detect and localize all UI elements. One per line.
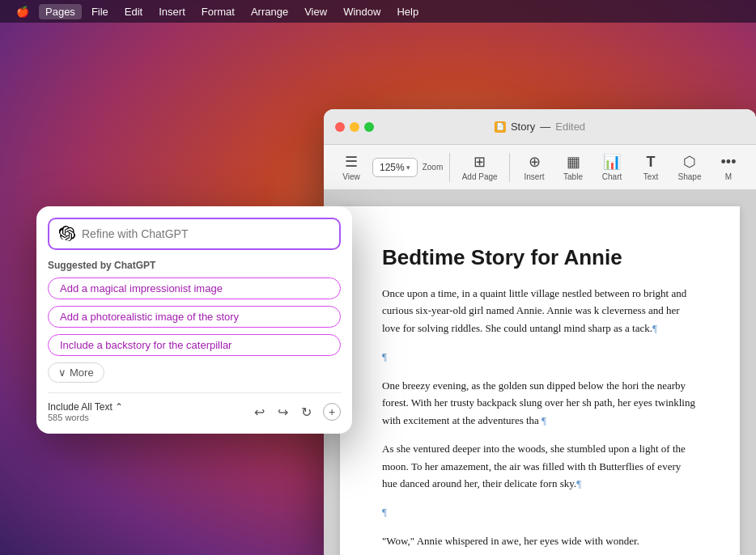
pages-window: 📄 Story — Edited ☰ View 125% ▾ Zoom ⊞ Ad… — [324, 109, 756, 555]
window-title: 📄 Story — Edited — [495, 121, 585, 133]
dash-separator: — — [540, 121, 550, 133]
toolbar-view[interactable]: ☰ View — [333, 150, 369, 184]
more-label: More — [70, 366, 94, 379]
shape-label: Shape — [678, 172, 702, 181]
toolbar-divider-1 — [449, 153, 450, 182]
suggestion-3-button[interactable]: Include a backstory for the caterpillar — [48, 334, 341, 356]
menu-pages[interactable]: Pages — [39, 4, 82, 19]
minimize-button[interactable] — [350, 122, 359, 132]
paragraph-break-2: ¶ — [382, 503, 698, 520]
zoom-value: 125% — [380, 162, 405, 173]
toolbar-text[interactable]: T Text — [633, 150, 669, 184]
chatgpt-refine-panel: Suggested by ChatGPT Add a magical impre… — [36, 206, 352, 434]
add-button[interactable]: + — [323, 403, 341, 421]
word-count: 585 words — [48, 413, 123, 422]
menu-edit[interactable]: Edit — [118, 4, 149, 19]
toolbar-chart[interactable]: 📊 Chart — [594, 150, 630, 184]
apple-menu[interactable]: 🍎 — [10, 4, 36, 19]
shape-icon: ⬡ — [683, 153, 696, 171]
document-name: Story — [511, 121, 535, 133]
chatgpt-icon — [59, 226, 75, 242]
zoom-control[interactable]: 125% ▾ — [372, 158, 418, 177]
table-label: Table — [563, 172, 583, 181]
menu-insert[interactable]: Insert — [152, 4, 192, 19]
suggestion-2-button[interactable]: Add a photorealistic image of the story — [48, 306, 341, 328]
paragraph-1: Once upon a time, in a quaint little vil… — [382, 285, 698, 337]
suggested-by-label: Suggested by ChatGPT — [48, 260, 341, 271]
paragraph-3: As she ventured deeper into the woods, s… — [382, 440, 698, 492]
chevron-down-icon: ∨ — [58, 366, 66, 379]
refresh-button[interactable]: ↻ — [299, 403, 313, 422]
toolbar-divider-2 — [509, 153, 510, 182]
footer-actions: ↩ ↪ ↻ + — [253, 403, 341, 422]
menu-window[interactable]: Window — [337, 4, 387, 19]
window-titlebar: 📄 Story — Edited — [324, 109, 756, 145]
panel-footer: Include All Text ⌃ 585 words ↩ ↪ ↻ + — [48, 392, 341, 422]
paragraph-2: One breezy evening, as the golden sun di… — [382, 377, 698, 429]
chart-label: Chart — [602, 172, 622, 181]
paragraph-break-1: ¶ — [382, 348, 698, 365]
suggestion-1-button[interactable]: Add a magical impressionist image — [48, 278, 341, 299]
menu-help[interactable]: Help — [390, 4, 425, 19]
zoom-chevron-icon: ▾ — [406, 163, 410, 172]
zoom-label: Zoom — [423, 163, 444, 172]
menu-file[interactable]: File — [85, 4, 115, 19]
insert-label: Insert — [525, 172, 545, 181]
toolbar-more[interactable]: ••• M — [711, 150, 746, 184]
chatgpt-refine-input[interactable] — [82, 227, 329, 240]
undo-button[interactable]: ↩ — [253, 403, 266, 422]
insert-icon: ⊕ — [529, 153, 541, 171]
add-page-label: Add Page — [462, 172, 498, 181]
toolbar-table[interactable]: ▦ Table — [555, 150, 591, 184]
menu-arrange[interactable]: Arrange — [244, 4, 295, 19]
toolbar-add-page[interactable]: ⊞ Add Page — [457, 150, 503, 184]
maximize-button[interactable] — [364, 122, 374, 132]
toolbar: ☰ View 125% ▾ Zoom ⊞ Add Page ⊕ Insert ▦… — [324, 145, 756, 190]
include-all-text[interactable]: Include All Text ⌃ — [48, 401, 123, 413]
table-icon: ▦ — [567, 153, 580, 171]
redo-button[interactable]: ↪ — [276, 403, 290, 422]
text-icon: T — [647, 154, 656, 171]
more-icon: ••• — [721, 154, 737, 171]
toolbar-insert[interactable]: ⊕ Insert — [516, 150, 552, 184]
document-title: Bedtime Story for Annie — [382, 245, 698, 270]
toolbar-shape[interactable]: ⬡ Shape — [672, 150, 707, 184]
chatgpt-input-row[interactable] — [48, 218, 341, 250]
document-page: Bedtime Story for Annie Once upon a time… — [340, 206, 740, 555]
chart-icon: 📊 — [603, 153, 621, 171]
document-area[interactable]: Bedtime Story for Annie Once upon a time… — [324, 190, 756, 555]
menubar: 🍎 Pages File Edit Insert Format Arrange … — [0, 0, 756, 23]
view-icon: ☰ — [345, 153, 358, 171]
close-button[interactable] — [335, 122, 345, 132]
traffic-lights — [335, 122, 374, 132]
more-button[interactable]: ∨ More — [48, 362, 104, 383]
menu-view[interactable]: View — [298, 4, 333, 19]
text-label: Text — [643, 172, 658, 181]
edited-badge: Edited — [555, 121, 585, 133]
menu-format[interactable]: Format — [195, 4, 241, 19]
more-toolbar-label: M — [725, 172, 732, 181]
view-label: View — [342, 172, 360, 181]
add-page-icon: ⊞ — [474, 153, 486, 171]
paragraph-4: "Wow," Annie whispered in awe, her eyes … — [382, 532, 698, 549]
document-icon: 📄 — [495, 121, 506, 133]
